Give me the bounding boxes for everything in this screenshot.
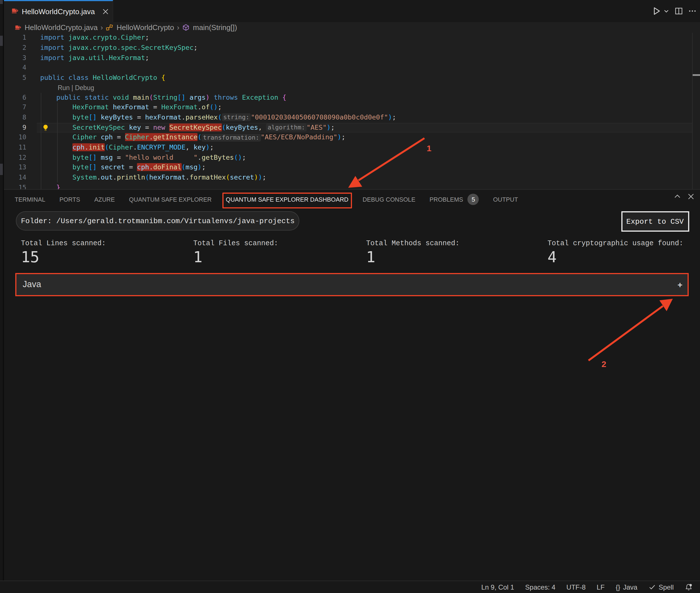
maximize-panel-icon[interactable] <box>673 193 681 203</box>
code-token: { <box>282 93 286 101</box>
panel-tab-quantum-safe-explorer-dashboard[interactable]: QUANTUM SAFE EXPLORER DASHBOARD <box>226 196 349 202</box>
status-item-ln-9-col-1[interactable]: Ln 9, Col 1 <box>481 583 514 591</box>
breadcrumb-separator: › <box>100 23 103 32</box>
code-token: cph <box>137 163 149 171</box>
code-token: import <box>40 33 69 41</box>
vscode-window: HelloWorldCrypto.java <box>0 0 700 593</box>
strip-decoration <box>0 0 3 4</box>
tab-title: HelloWorldCrypto.java <box>22 7 95 16</box>
status-item-lf[interactable]: LF <box>597 583 605 591</box>
code-line-12[interactable]: 12 byte[] msg = "hello world ".getBytes(… <box>4 153 700 163</box>
line-content: public class HelloWorldCrypto { <box>40 73 165 83</box>
panel-tab-debug-console[interactable]: DEBUG CONSOLE <box>363 196 415 202</box>
close-panel-icon[interactable] <box>687 193 695 203</box>
code-line-9[interactable]: 9 SecretKeySpec key = new SecretKeySpec(… <box>4 123 700 132</box>
panel-tab-azure[interactable]: AZURE <box>94 196 115 202</box>
status-item-spell[interactable]: Spell <box>649 583 674 591</box>
status-item-spaces-4[interactable]: Spaces: 4 <box>525 583 556 591</box>
code-token: [] <box>89 163 97 171</box>
tab-close-icon[interactable] <box>101 7 110 16</box>
panel-tab-terminal[interactable]: TERMINAL <box>15 196 45 202</box>
code-token: parseHex <box>186 113 218 121</box>
code-token: ; <box>331 123 335 131</box>
strip-decoration <box>0 164 3 175</box>
line-content: byte[] keyBytes = hexFormat.parseHex(str… <box>40 113 396 123</box>
tab-helloworldcrypto-java[interactable]: HelloWorldCrypto.java <box>4 0 113 22</box>
code-token: "AES/ECB/NoPadding" <box>261 133 337 141</box>
line-number: 15 <box>4 183 26 189</box>
status-item-utf-8[interactable]: UTF-8 <box>566 583 586 591</box>
code-line-1[interactable]: 1import javax.crypto.Cipher; <box>4 33 700 43</box>
code-line-11[interactable]: 11 cph.init(Cipher.ENCRYPT_MODE, key); <box>4 143 700 153</box>
crypto-scan-highlight: cph.doFinal <box>137 163 181 171</box>
notifications-bell-icon[interactable] <box>685 583 693 591</box>
folder-path-pill: Folder: /Users/gerald.trotmanibm.com/Vir… <box>15 211 299 231</box>
panel-tab-label: PROBLEMS <box>430 196 463 202</box>
line-number: 10 <box>4 133 26 143</box>
code-token: ; <box>342 133 346 141</box>
code-line-2[interactable]: 2import javax.crypto.spec.SecretKeySpec; <box>4 43 700 53</box>
breadcrumb-method[interactable]: main(String[]) <box>193 23 237 32</box>
status-item-java[interactable]: {}Java <box>616 583 638 591</box>
expand-section-icon[interactable]: + <box>677 280 683 289</box>
code-token: ) <box>254 173 258 181</box>
codelens-run-debug[interactable]: Run | Debug <box>4 83 700 92</box>
editor-scrollbar[interactable] <box>692 33 692 189</box>
code-token <box>40 153 73 161</box>
folder-path-label: Folder: /Users/gerald.trotmanibm.com/Vir… <box>21 216 295 225</box>
breadcrumb-class[interactable]: HelloWorldCrypto <box>117 23 174 32</box>
stat-value: 4 <box>548 248 683 266</box>
line-number: 3 <box>4 53 26 63</box>
code-line-6[interactable]: 6 public static void main(String[] args)… <box>4 92 700 103</box>
code-line-15[interactable]: 15 } <box>4 183 700 189</box>
line-number: 2 <box>4 43 26 53</box>
indent-guide <box>57 103 57 183</box>
panel-tab-problems[interactable]: PROBLEMS5 <box>430 193 479 205</box>
line-content: byte[] secret = cph.doFinal(msg); <box>40 163 206 173</box>
code-token: [] <box>89 113 97 121</box>
java-section-header[interactable]: Java + <box>16 274 688 295</box>
code-token: , <box>258 123 266 131</box>
java-file-icon <box>11 6 18 17</box>
breadcrumb-file[interactable]: HelloWorldCrypto.java <box>25 23 98 32</box>
code-token: ) <box>337 133 341 141</box>
run-button[interactable] <box>652 6 669 16</box>
line-number: 9 <box>4 123 26 132</box>
code-token: ( <box>181 163 185 171</box>
code-line-13[interactable]: 13 byte[] secret = cph.doFinal(msg); <box>4 163 700 173</box>
code-token: = <box>145 123 154 131</box>
inlay-hint: algorithm: <box>266 123 306 131</box>
code-line-5[interactable]: 5public class HelloWorldCrypto { <box>4 73 700 83</box>
split-editor-button[interactable] <box>674 7 683 15</box>
panel-tab-ports[interactable]: PORTS <box>59 196 80 202</box>
code-token: of <box>202 103 210 111</box>
code-line-4[interactable]: 4 <box>4 63 700 73</box>
inlay-hint: string: <box>222 114 251 121</box>
panel-tab-output[interactable]: OUTPUT <box>493 196 518 202</box>
code-line-14[interactable]: 14 System.out.println(hexFormat.formatHe… <box>4 173 700 183</box>
code-token: Cipher <box>125 133 149 141</box>
code-token <box>40 93 56 101</box>
problems-count-badge: 5 <box>468 193 479 205</box>
line-content: cph.init(Cipher.ENCRYPT_MODE, key); <box>40 143 214 153</box>
more-actions-button[interactable] <box>688 7 697 15</box>
export-to-csv-button[interactable]: Export to CSV <box>621 211 689 232</box>
line-number: 11 <box>4 143 26 153</box>
panel-tab-label: AZURE <box>94 196 115 202</box>
code-token: , <box>186 143 194 151</box>
code-token <box>40 143 73 151</box>
lightbulb-icon[interactable] <box>42 124 49 133</box>
code-line-8[interactable]: 8 byte[] keyBytes = hexFormat.parseHex(s… <box>4 113 700 123</box>
crypto-scan-highlight: SecretKeySpec <box>169 123 222 131</box>
code-token: . <box>198 103 202 111</box>
code-line-7[interactable]: 7 HexFormat hexFormat = HexFormat.of(); <box>4 103 700 113</box>
code-token: keyBytes <box>226 123 258 131</box>
line-content: HexFormat hexFormat = HexFormat.of(); <box>40 103 222 113</box>
code-editor[interactable]: 1import javax.crypto.Cipher;2import java… <box>4 33 700 189</box>
code-token: . <box>186 173 189 181</box>
code-token: "hello world " <box>125 153 198 161</box>
panel-tab-quantum-safe-explorer[interactable]: QUANTUM SAFE EXPLORER <box>129 196 212 202</box>
code-line-10[interactable]: 10 Cipher cph = Cipher.getInstance(trans… <box>4 133 700 143</box>
line-number: 5 <box>4 73 26 83</box>
code-line-3[interactable]: 3import java.util.HexFormat; <box>4 53 700 63</box>
